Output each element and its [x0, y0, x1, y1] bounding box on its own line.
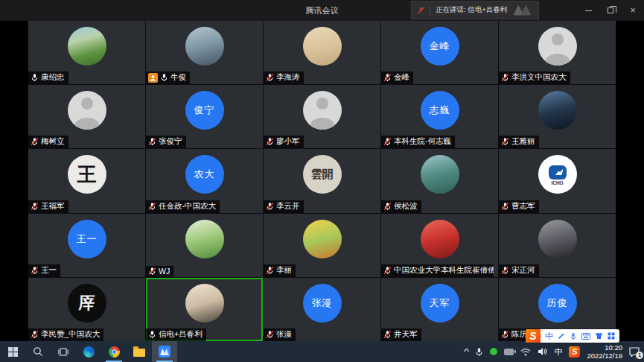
initials-avatar: 张漫 [303, 284, 342, 323]
participant-name: 宋正河 [511, 265, 535, 276]
skin-shirt-icon[interactable] [595, 332, 603, 340]
sogou-tray-icon[interactable]: S [569, 346, 580, 358]
participant-name-tag: 李民赞_中国农大 [28, 328, 103, 341]
tencent-meeting-window: 腾讯会议 正在讲话: 信电+吕春利 × 康绍忠 [0, 0, 644, 362]
tray-mic-icon[interactable] [475, 347, 483, 357]
participant-name: 王雅丽 [511, 136, 535, 147]
speaking-banner[interactable]: 正在讲话: 信电+吕春利 [411, 1, 539, 19]
participant-tile-3[interactable]: 李海涛 [264, 21, 380, 84]
mic-muted-icon [31, 266, 39, 275]
participant-tile-23[interactable]: 张漫 张漫 [264, 278, 380, 341]
search-button[interactable] [25, 341, 51, 362]
photo-avatar [303, 27, 342, 66]
taskbar-app-explorer[interactable] [127, 341, 152, 362]
participant-name: 井天军 [394, 329, 418, 340]
task-view-icon [58, 347, 68, 357]
input-lang-toggle[interactable]: 中 [545, 331, 553, 342]
participant-name-tag: 王雅丽 [499, 136, 539, 148]
participant-tile-6[interactable]: 梅树立 [28, 85, 145, 148]
participant-tile-2[interactable]: 牛俊 [146, 21, 263, 84]
participant-tile-7[interactable]: 俊宁 张俊宁 [146, 85, 263, 148]
participant-tile-17[interactable]: WJ [146, 214, 263, 277]
initials-avatar: 志巍 [421, 91, 459, 130]
photo-avatar [185, 284, 224, 323]
close-button[interactable]: × [622, 0, 644, 21]
participant-tile-22[interactable]: 信电+吕春利 [146, 278, 263, 341]
participant-name-tag: 金峰 [381, 72, 413, 84]
participant-tile-5[interactable]: 李洪文中国农大 [499, 21, 616, 84]
edge-icon [83, 346, 95, 358]
participant-name-tag: 信电+吕春利 [146, 328, 206, 341]
virtual-keyboard-icon[interactable] [581, 333, 590, 340]
photo-avatar [538, 91, 577, 130]
participant-tile-15[interactable]: ICHO 曹志军 [499, 149, 616, 212]
participant-tile-4[interactable]: 金峰 金峰 [381, 21, 498, 84]
participant-name-tag: 宋正河 [499, 264, 539, 277]
system-tray: ^ 中 S 10:20 2022/12/19 1 [465, 341, 644, 362]
mic-muted-icon [266, 202, 274, 211]
tray-wechat-icon[interactable] [490, 348, 497, 355]
participant-tile-16[interactable]: 王一 王一 [28, 214, 145, 277]
start-button[interactable] [0, 341, 25, 362]
volume-icon[interactable] [538, 347, 547, 356]
participant-name-tag: WJ [146, 266, 173, 277]
voice-input-icon[interactable] [570, 332, 577, 340]
participant-name: 中国农业大学本科生院崔倩倩 [394, 265, 494, 276]
tray-camera-icon[interactable] [504, 349, 514, 355]
participant-tile-19[interactable]: 中国农业大学本科生院崔倩倩 [381, 214, 498, 277]
action-center-button[interactable]: 1 [629, 347, 640, 357]
restore-button[interactable] [599, 0, 622, 21]
initials-avatar: 王一 [68, 220, 106, 258]
participant-tile-11[interactable]: 王 王福军 [28, 149, 145, 212]
participant-name-tag: 张漫 [264, 328, 296, 341]
mic-muted-icon [501, 330, 509, 339]
task-view-button[interactable] [51, 341, 76, 362]
participant-tile-24[interactable]: 天军 井天军 [381, 278, 498, 341]
handwriting-pen-icon[interactable] [558, 332, 565, 340]
participant-tile-20[interactable]: 宋正河 [499, 214, 616, 277]
participant-tile-1[interactable]: 康绍忠 [28, 21, 145, 84]
participant-name: 李云开 [276, 201, 300, 212]
mic-muted-icon [383, 266, 392, 275]
participant-tile-8[interactable]: 廖小军 [264, 85, 380, 148]
taskbar-app-edge[interactable] [76, 341, 101, 362]
participant-name: 侯松波 [394, 201, 418, 212]
participant-tile-9[interactable]: 志巍 本科生院-何志巍 [381, 85, 498, 148]
participant-tile-18[interactable]: 李丽 [264, 214, 380, 277]
toolbox-grid-icon[interactable] [608, 332, 615, 340]
photo-avatar [303, 220, 342, 258]
chrome-icon [109, 346, 120, 358]
taskbar-app-chrome[interactable] [101, 341, 127, 362]
participant-tile-10[interactable]: 王雅丽 [499, 85, 616, 148]
meeting-stage: 康绍忠 牛俊 李海涛 金峰 [0, 21, 644, 341]
mic-muted-icon [31, 202, 39, 211]
window-title: 腾讯会议 [0, 5, 644, 16]
participant-name: 李丽 [276, 265, 292, 276]
photo-avatar [421, 220, 459, 258]
window-controls: × [577, 0, 644, 21]
sogou-logo-icon[interactable]: S [526, 329, 541, 343]
wifi-icon[interactable] [520, 348, 531, 356]
input-language-indicator[interactable]: 中 [554, 346, 562, 358]
icho-logo-icon [549, 165, 567, 180]
tencent-meeting-icon [159, 346, 170, 358]
minimize-button[interactable] [577, 0, 599, 21]
participant-name: 李民赞_中国农大 [41, 329, 100, 340]
sogou-input-bar[interactable]: S 中 [526, 329, 619, 343]
participant-name-tag: 梅树立 [28, 136, 68, 148]
taskbar-clock[interactable]: 10:20 2022/12/19 [587, 343, 622, 360]
participant-name: 牛俊 [170, 72, 186, 83]
participant-tile-14[interactable]: 侯松波 [381, 149, 498, 212]
participant-tile-21[interactable]: 厗 李民赞_中国农大 [28, 278, 145, 341]
participant-name-tag: 李洪文中国农大 [499, 72, 570, 84]
participant-tile-12[interactable]: 农大 任金政-中国农大 [146, 149, 263, 212]
participant-name: 金峰 [394, 72, 409, 83]
default-person-avatar [303, 91, 342, 130]
participant-name-tag: 李海涛 [264, 72, 304, 84]
taskbar-app-meeting[interactable] [152, 341, 177, 362]
participant-tile-13[interactable]: 雲開 李云开 [264, 149, 380, 212]
photo-avatar [421, 155, 459, 194]
mic-muted-icon [501, 137, 509, 146]
tray-expand-chevron-icon[interactable]: ^ [464, 347, 469, 356]
mic-muted-icon [266, 266, 274, 275]
